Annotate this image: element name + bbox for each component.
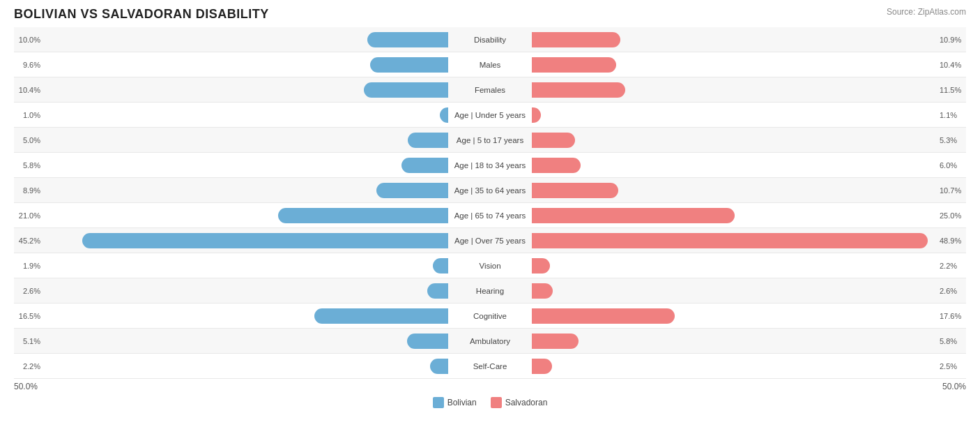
right-bar-container [532, 308, 937, 324]
left-bar-container [43, 233, 448, 248]
right-value: 25.0% [940, 211, 966, 220]
pink-bar [532, 57, 616, 73]
left-value: 5.8% [14, 161, 40, 170]
bolivian-color-box [433, 397, 444, 408]
left-section: 5.1% [14, 329, 448, 353]
left-value: 9.6% [14, 61, 40, 69]
center-label: Age | 5 to 17 years [448, 136, 532, 144]
right-value: 5.8% [940, 337, 966, 345]
pink-bar [532, 107, 541, 123]
left-value: 2.6% [14, 287, 40, 295]
right-bar-container [532, 107, 937, 123]
left-bar-container [43, 334, 448, 349]
left-value: 2.2% [14, 362, 40, 370]
pink-bar [532, 258, 550, 274]
legend-salvadoran: Salvadoran [491, 397, 548, 408]
right-value: 10.9% [940, 36, 966, 44]
right-section: 1.1% [532, 103, 966, 127]
left-section: 8.9% [14, 178, 448, 202]
salvadoran-color-box [491, 397, 502, 408]
bars-wrapper: 5.1% Ambulatory 5.8% [14, 329, 966, 353]
left-section: 5.8% [14, 153, 448, 177]
blue-bar [427, 283, 448, 299]
chart-row: 1.9% Vision 2.2% [14, 253, 966, 278]
bars-wrapper: 16.5% Cognitive 17.6% [14, 304, 966, 328]
center-label: Self-Care [448, 362, 532, 370]
left-section: 21.0% [14, 203, 448, 227]
left-bar-container [43, 359, 448, 374]
chart-row: 21.0% Age | 65 to 74 years 25.0% [14, 203, 966, 228]
pink-bar [532, 334, 579, 349]
right-value: 10.7% [940, 186, 966, 195]
source-label: Source: ZipAtlas.com [887, 7, 966, 17]
blue-bar [278, 208, 448, 223]
legend-bolivian: Bolivian [433, 397, 477, 408]
blue-bar [440, 107, 448, 123]
right-bar-container [532, 57, 937, 73]
bars-wrapper: 10.0% Disability 10.9% [14, 27, 966, 52]
blue-bar [370, 57, 448, 73]
axis-right: 50.0% [942, 382, 966, 391]
right-bar-container [532, 32, 937, 47]
bars-wrapper: 1.0% Age | Under 5 years 1.1% [14, 103, 966, 127]
left-value: 10.0% [14, 36, 40, 44]
chart-row: 5.1% Ambulatory 5.8% [14, 329, 966, 354]
chart-row: 9.6% Males 10.4% [14, 52, 966, 77]
chart-row: 10.4% Females 11.5% [14, 77, 966, 103]
left-section: 1.9% [14, 253, 448, 278]
right-bar-container [532, 359, 937, 374]
left-bar-container [43, 208, 448, 223]
right-bar-container [532, 183, 937, 198]
pink-bar [532, 308, 675, 324]
right-bar-container [532, 82, 937, 98]
center-label: Age | 35 to 64 years [448, 186, 532, 195]
bars-wrapper: 9.6% Males 10.4% [14, 52, 966, 77]
right-section: 5.8% [532, 329, 966, 353]
pink-bar [532, 158, 581, 173]
left-section: 9.6% [14, 52, 448, 77]
left-section: 10.0% [14, 27, 448, 52]
right-section: 10.4% [532, 52, 966, 77]
bars-wrapper: 2.6% Hearing 2.6% [14, 278, 966, 303]
blue-bar [82, 233, 448, 248]
right-value: 48.9% [940, 237, 966, 245]
bars-wrapper: 21.0% Age | 65 to 74 years 25.0% [14, 203, 966, 227]
center-label: Disability [448, 36, 532, 44]
left-section: 16.5% [14, 304, 448, 328]
right-value: 2.2% [940, 262, 966, 270]
right-bar-container [532, 233, 937, 248]
right-section: 6.0% [532, 153, 966, 177]
right-value: 5.3% [940, 136, 966, 144]
blue-bar [407, 334, 448, 349]
right-bar-container [532, 283, 937, 299]
right-value: 2.5% [940, 362, 966, 370]
center-label: Vision [448, 262, 532, 270]
blue-bar [433, 258, 448, 274]
left-value: 8.9% [14, 186, 40, 195]
bars-wrapper: 1.9% Vision 2.2% [14, 253, 966, 278]
chart-row: 1.0% Age | Under 5 years 1.1% [14, 103, 966, 128]
bars-wrapper: 45.2% Age | Over 75 years 48.9% [14, 228, 966, 253]
blue-bar [376, 183, 448, 198]
blue-bar [314, 308, 448, 324]
right-section: 2.5% [532, 354, 966, 378]
left-bar-container [43, 107, 448, 123]
left-value: 21.0% [14, 211, 40, 220]
bars-wrapper: 5.0% Age | 5 to 17 years 5.3% [14, 128, 966, 152]
left-section: 2.2% [14, 354, 448, 378]
left-bar-container [43, 308, 448, 324]
salvadoran-label: Salvadoran [505, 398, 548, 407]
left-bar-container [43, 57, 448, 73]
left-value: 5.1% [14, 337, 40, 345]
center-label: Females [448, 86, 532, 94]
left-value: 10.4% [14, 86, 40, 94]
page-title: BOLIVIAN VS SALVADORAN DISABILITY [14, 7, 269, 22]
left-bar-container [43, 82, 448, 98]
center-label: Ambulatory [448, 337, 532, 345]
left-value: 5.0% [14, 136, 40, 144]
right-value: 6.0% [940, 161, 966, 170]
center-label: Hearing [448, 287, 532, 295]
blue-bar [430, 359, 448, 374]
left-section: 1.0% [14, 103, 448, 127]
legend: Bolivian Salvadoran [14, 397, 966, 408]
